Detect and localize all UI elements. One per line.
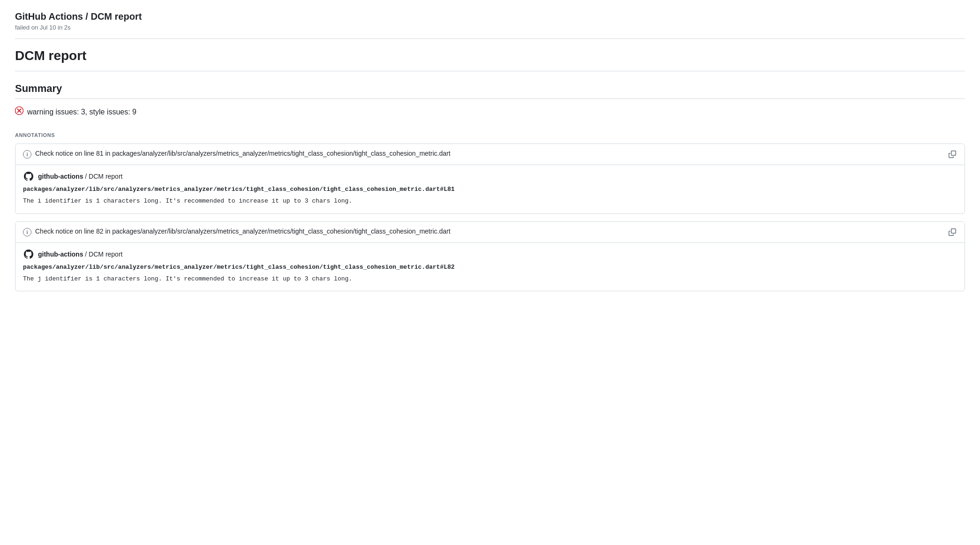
annotation-item-1: i Check notice on line 81 in packages/an… [15,144,965,214]
annotation-filepath-1: packages/analyzer/lib/src/analyzers/metr… [23,186,957,193]
annotation-source-name-2: github-actions / DCM report [38,250,122,258]
annotation-header-2: i Check notice on line 82 in packages/an… [15,222,965,243]
info-icon-2: i [23,228,31,236]
annotation-body-1: github-actions / DCM report packages/ana… [15,165,965,213]
annotation-message-2: The j identifier is 1 characters long. I… [23,274,957,284]
copy-button-2[interactable] [948,227,957,237]
info-icon-1: i [23,150,31,159]
annotation-body-2: github-actions / DCM report packages/ana… [15,243,965,291]
annotation-message-1: The i identifier is 1 characters long. I… [23,197,957,206]
report-title-section: DCM report [15,48,965,71]
annotation-item-2: i Check notice on line 82 in packages/an… [15,221,965,292]
page-wrapper: GitHub Actions / DCM report failed on Ju… [0,0,980,310]
annotation-source-1: github-actions / DCM report [23,171,957,182]
annotations-label: ANNOTATIONS [15,132,965,138]
report-title: DCM report [15,48,965,63]
header-subtitle: failed on Jul 10 in 2s [15,24,965,31]
error-icon [15,106,23,117]
annotation-notice-text-2: Check notice on line 82 in packages/anal… [35,227,944,235]
summary-status-text: warning issues: 3, style issues: 9 [27,108,136,116]
summary-item: warning issues: 3, style issues: 9 [15,106,965,117]
annotation-source-2: github-actions / DCM report [23,249,957,260]
annotation-notice-text-1: Check notice on line 81 in packages/anal… [35,150,944,157]
header-section: GitHub Actions / DCM report failed on Ju… [15,11,965,39]
octocat-icon-2 [23,249,34,260]
summary-section: Summary warning issues: 3, style issues:… [15,83,965,117]
annotation-header-1: i Check notice on line 81 in packages/an… [15,144,965,165]
annotation-filepath-2: packages/analyzer/lib/src/analyzers/metr… [23,264,957,271]
copy-button-1[interactable] [948,150,957,159]
header-title: GitHub Actions / DCM report [15,11,965,22]
annotation-source-name-1: github-actions / DCM report [38,173,122,180]
octocat-icon-1 [23,171,34,182]
annotations-section: ANNOTATIONS i Check notice on line 81 in… [15,132,965,291]
summary-title: Summary [15,83,965,99]
